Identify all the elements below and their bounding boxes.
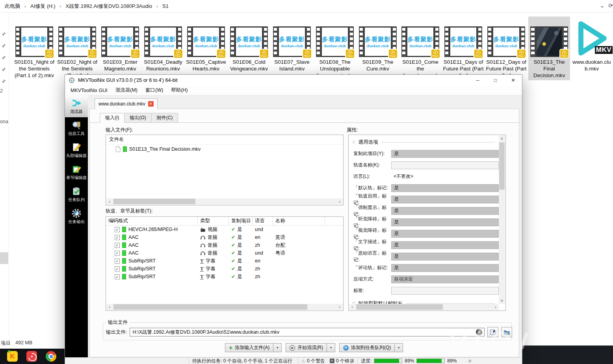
file-item-selected[interactable]: Player S01E13_The Final Decision.mkv	[528, 17, 570, 80]
track-row[interactable]: ✓AAC 音频 ✔是 zh 台配	[106, 241, 343, 249]
close-button[interactable]: ✕	[504, 75, 522, 86]
scroll-left-icon[interactable]: ‹	[349, 304, 355, 310]
scroll-thumb[interactable]	[113, 199, 195, 204]
close-tab-icon[interactable]: ✕	[148, 101, 154, 107]
scroll-thumb[interactable]	[356, 304, 443, 310]
horizontal-scrollbar[interactable]: ‹ ›	[106, 198, 343, 205]
track-row[interactable]: ✓SubRip/SRT T字幕 ✔是 en	[106, 257, 343, 265]
file-item[interactable]: 多看聚影duokan.club Player S01E10_Come the A…	[399, 17, 441, 79]
scroll-left-icon[interactable]: ‹	[106, 304, 113, 310]
file-item[interactable]: 多看聚影duokan.club Player S01E02_Night of t…	[56, 17, 98, 79]
chevron-down-icon[interactable]: ⌄	[600, 2, 605, 9]
file-item[interactable]: 多看聚影duokan.club Player S01E11_Days of Fu…	[442, 17, 484, 79]
file-item[interactable]: 多看聚影duokan.club Player S01E03_Enter Magn…	[99, 17, 141, 72]
section-general-options[interactable]: ▽ 通用选项	[352, 139, 495, 146]
breadcrumb-item-this-pc[interactable]: 此电脑	[4, 2, 21, 11]
menu-mkvtoolnix-gui[interactable]: MKVToolNix GUI	[67, 87, 111, 94]
track-row[interactable]: ✓HEVC/H.265/MPEG-H 视频 ✔是 und	[106, 225, 343, 233]
track-checkbox[interactable]: ✓	[115, 235, 120, 240]
menu-multiplexer[interactable]: 混流器(M)	[111, 86, 141, 95]
breadcrumb-item-folder[interactable]: X战警.1992.Ai修复DVD.1080P.3Audio	[65, 2, 153, 11]
section-timestamps[interactable]: ▽ 时间戳和默认帧时长	[352, 300, 495, 304]
horizontal-scrollbar[interactable]: ‹ ›	[106, 304, 343, 310]
column-header-name[interactable]: 名称	[273, 217, 325, 225]
file-item[interactable]: 多看聚影duokan.club Player S01E05_Captive He…	[185, 17, 227, 72]
track-checkbox[interactable]: ✓	[115, 243, 120, 248]
column-header-filename[interactable]: 文件名	[106, 135, 343, 144]
tracks-table[interactable]: 编码格式 类型 复制项目 语言 名称 ✓HEVC/H.265/MPEG-H 视频…	[106, 216, 344, 311]
track-name-input[interactable]	[391, 161, 499, 169]
horizontal-scrollbar[interactable]: ‹ ›	[349, 304, 499, 310]
track-checkbox[interactable]: ✓	[115, 251, 120, 256]
maximize-button[interactable]: □	[487, 75, 504, 86]
browse-output-button[interactable]	[487, 327, 498, 337]
collapse-triangle-icon[interactable]: ▽	[352, 140, 355, 144]
language-value[interactable]: <不更改>	[391, 173, 499, 181]
scroll-down-icon[interactable]: ˅	[499, 297, 505, 304]
file-item[interactable]: 多看聚影duokan.club Player S01E01_Night of t…	[13, 17, 55, 79]
scroll-right-icon[interactable]: ›	[336, 198, 343, 205]
refresh-icon[interactable]: ⟳	[608, 2, 613, 9]
file-item[interactable]: MKV www.duokan.club.mkv	[572, 17, 611, 72]
track-checkbox[interactable]: ✓	[115, 259, 120, 264]
track-row[interactable]: ✓AAC 音频 ✔是 en 英语	[106, 233, 343, 241]
file-item[interactable]: 多看聚影duokan.club Player S01E06_Cold Venge…	[228, 17, 270, 72]
sidebar-item-job-queue[interactable]: 任务队列	[65, 183, 88, 205]
chrome-icon[interactable]	[46, 351, 56, 362]
breadcrumb-item-drive[interactable]: AI修复 (H:)	[30, 2, 56, 11]
track-checkbox[interactable]: ✓	[115, 266, 120, 272]
sidebar-item-header-editor[interactable]: 头部编辑器	[65, 139, 88, 161]
menu-help[interactable]: 帮助(H)	[167, 86, 191, 95]
add-source-files-button[interactable]: +添加输入文件(A)	[225, 343, 273, 352]
breadcrumb-item-season[interactable]: S1	[162, 2, 169, 10]
input-files-list[interactable]: 文件名 S01E13_The Final Decision.mkv ‹ ›	[106, 135, 344, 205]
output-file-input[interactable]	[130, 328, 485, 336]
app-icon-k[interactable]: K	[7, 351, 18, 362]
menu-window[interactable]: 窗口(W)	[141, 86, 167, 95]
start-multiplexing-dropdown[interactable]: ▾	[327, 343, 335, 352]
file-item[interactable]: 多看聚影duokan.club Player S01E09_The Cure.m…	[357, 17, 399, 72]
minimize-button[interactable]: ─	[469, 75, 487, 86]
file-item[interactable]: 多看聚影duokan.club Player S01E07_Slave Isla…	[271, 17, 313, 72]
scroll-thumb[interactable]	[113, 304, 307, 310]
pin-icon[interactable]	[1, 31, 6, 37]
sidebar-item-chapter-editor[interactable]: 章节编辑器	[65, 161, 88, 183]
column-header-copy[interactable]: 复制项目	[229, 217, 253, 225]
input-file-row[interactable]: S01E13_The Final Decision.mkv	[106, 144, 343, 152]
tab-output[interactable]: 输出(O)	[124, 113, 151, 123]
tab-attachments[interactable]: 附件(C)	[152, 113, 178, 123]
browse-folder-button[interactable]	[501, 327, 512, 337]
track-row[interactable]: ✓SubRip/SRT T字幕 ✔是 zh	[106, 265, 343, 273]
tags-input[interactable]	[391, 287, 499, 295]
track-checkbox[interactable]: ✓	[115, 274, 120, 279]
scroll-right-icon[interactable]: ›	[492, 304, 499, 310]
column-header-language[interactable]: 语言	[253, 217, 273, 225]
sidebar-item-info-tool[interactable]: 信息工具	[65, 117, 88, 139]
column-header-codec[interactable]: 编码格式	[106, 217, 198, 225]
start-multiplexing-button[interactable]: ▶开始混流(R)	[286, 343, 327, 352]
file-tab[interactable]: www.duokan.club.mkv ✕	[95, 98, 158, 109]
vertical-scrollbar[interactable]: ˄ ˅	[499, 135, 505, 304]
title-bar[interactable]: MKVToolNix GUI v73.0.0 ('25 or 6 to 4') …	[65, 75, 522, 86]
pin-icon[interactable]	[1, 79, 6, 84]
pin-icon[interactable]	[1, 43, 6, 48]
pin-icon[interactable]	[1, 67, 6, 72]
scroll-right-icon[interactable]: ›	[336, 304, 343, 310]
scroll-left-icon[interactable]: ‹	[106, 198, 113, 205]
file-item[interactable]: 多看聚影duokan.club Player S01E04_Deadly Reu…	[142, 17, 184, 72]
track-row[interactable]: ✓SubRip/SRT T字幕 ✔是 zh	[106, 273, 343, 281]
file-item[interactable]: 多看聚影duokan.club Player S01E12_Days of Fu…	[485, 17, 527, 79]
sidebar-item-job-output[interactable]: 任务输出	[65, 205, 88, 227]
add-to-job-queue-dropdown[interactable]: ▾	[395, 343, 403, 352]
music-app-icon[interactable]	[26, 351, 37, 362]
pin-icon[interactable]	[1, 55, 6, 60]
add-to-job-queue-button[interactable]: ➜添加到任务队列(Q)	[339, 343, 395, 352]
sidebar-item-multiplexer[interactable]: 混流器	[65, 95, 88, 117]
track-checkbox[interactable]: ✓	[115, 227, 120, 232]
add-source-files-dropdown[interactable]: ▾	[273, 343, 282, 352]
tab-input[interactable]: 输入(I)	[100, 113, 124, 123]
scroll-thumb[interactable]	[499, 142, 505, 190]
track-row[interactable]: ✓AAC 音频 ✔是 und 粤语	[106, 249, 343, 257]
file-item[interactable]: 多看聚影duokan.club Player S01E08_The Unstop…	[314, 17, 356, 79]
scroll-up-icon[interactable]: ˄	[499, 135, 505, 142]
